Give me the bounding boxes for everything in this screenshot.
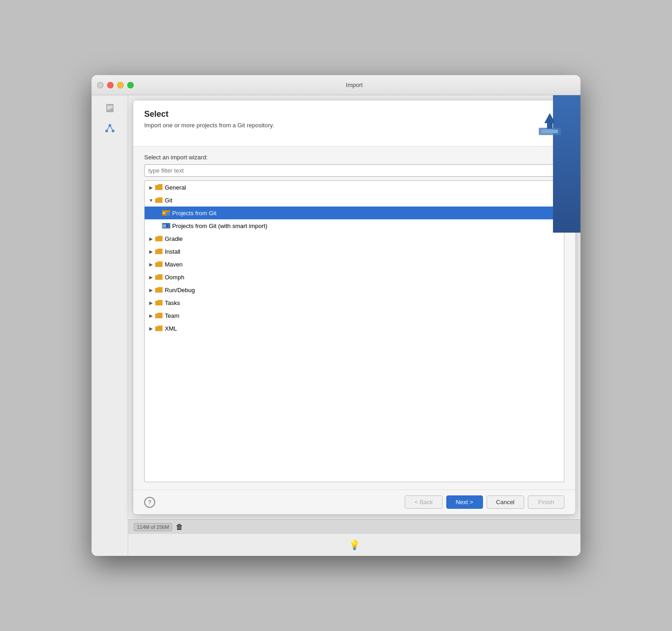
- memory-status: 114M of 256M: [134, 523, 172, 531]
- tree-item-maven-label: Maven: [165, 261, 183, 268]
- tree-item-run-debug[interactable]: ▶ Run/Debug: [145, 283, 564, 296]
- fullscreen-button[interactable]: [127, 82, 134, 88]
- svg-line-8: [110, 125, 113, 131]
- expand-arrow-install: ▶: [148, 249, 154, 254]
- tree-item-xml-label: XML: [165, 325, 177, 332]
- tree-item-team-label: Team: [165, 312, 179, 319]
- window: Import: [92, 75, 580, 556]
- trash-icon[interactable]: 🗑: [176, 523, 183, 531]
- tree-item-install-label: Install: [165, 248, 180, 255]
- dialog-footer: ? < Back Next > Cancel Finish: [133, 490, 575, 514]
- help-button[interactable]: ?: [144, 497, 155, 508]
- sidebar-icon-connections[interactable]: [102, 120, 118, 136]
- tree-item-run-debug-label: Run/Debug: [165, 287, 195, 294]
- tree-item-projects-from-git[interactable]: GIT Projects from Git: [145, 207, 564, 219]
- tree-item-maven[interactable]: ▶ Maven: [145, 258, 564, 271]
- bottom-hint: 💡: [128, 534, 580, 556]
- tree-item-projects-from-git-smart[interactable]: Projects from Git (with smart import): [145, 219, 564, 232]
- tree-item-gradle-label: Gradle: [165, 235, 183, 242]
- folder-icon-xml: [155, 325, 163, 332]
- tree-item-tasks[interactable]: ▶ Tasks: [145, 296, 564, 309]
- svg-rect-1: [107, 106, 113, 107]
- expand-arrow-projects-from-git-smart: [156, 223, 161, 228]
- traffic-lights: [97, 82, 134, 88]
- minimize-button[interactable]: [107, 82, 114, 88]
- folder-icon-general: [155, 184, 163, 191]
- finish-button[interactable]: Finish: [528, 495, 564, 509]
- folder-icon-tasks: [155, 299, 163, 306]
- cancel-button[interactable]: Cancel: [487, 495, 524, 509]
- tree-item-projects-from-git-label: Projects from Git: [172, 210, 217, 217]
- folder-icon-oomph: [155, 273, 163, 281]
- filter-input[interactable]: [144, 164, 564, 177]
- svg-rect-16: [166, 212, 170, 216]
- expand-arrow-xml: ▶: [148, 326, 154, 331]
- tree-item-xml[interactable]: ▶ XML: [145, 322, 564, 335]
- tree-item-oomph-label: Oomph: [165, 274, 184, 281]
- tree-item-general-label: General: [165, 184, 186, 191]
- close-button[interactable]: [97, 82, 103, 88]
- tree-item-general[interactable]: ▶ General: [145, 181, 564, 194]
- dialog-area: Select Import one or more projects from …: [128, 95, 580, 556]
- sidebar-icon-document[interactable]: [102, 100, 118, 116]
- lightbulb-icon: 💡: [349, 539, 360, 550]
- svg-rect-2: [107, 107, 113, 108]
- window-title: Import: [134, 82, 575, 88]
- svg-line-7: [107, 125, 110, 131]
- expand-arrow-oomph: ▶: [148, 274, 154, 280]
- expand-arrow-general: ▶: [148, 185, 154, 190]
- tree-item-git[interactable]: ▼ Git: [145, 194, 564, 207]
- dialog-header: Select Import one or more projects from …: [133, 100, 575, 147]
- next-button[interactable]: Next >: [446, 495, 483, 509]
- svg-rect-3: [107, 109, 111, 109]
- dialog-body: Select an import wizard: ▶ General: [133, 147, 575, 490]
- folder-icon-run-debug: [155, 286, 163, 294]
- git-icon-projects-smart: [162, 222, 170, 229]
- tree-item-git-label: Git: [165, 197, 173, 204]
- back-button[interactable]: < Back: [405, 495, 442, 509]
- tree-item-oomph[interactable]: ▶ Oomph: [145, 271, 564, 283]
- expand-arrow-run-debug: ▶: [148, 287, 154, 293]
- dialog-title: Select: [144, 109, 274, 119]
- tree-item-projects-from-git-smart-label: Projects from Git (with smart import): [172, 223, 267, 229]
- folder-icon-install: [155, 248, 163, 255]
- tree-item-install[interactable]: ▶ Install: [145, 245, 564, 258]
- tree-list[interactable]: ▶ General ▼ Git: [144, 180, 564, 482]
- import-icon: [535, 109, 564, 139]
- git-icon-projects: GIT: [162, 209, 170, 217]
- dialog-header-text: Select Import one or more projects from …: [144, 109, 274, 129]
- wizard-label: Select an import wizard:: [144, 154, 564, 161]
- tree-item-tasks-label: Tasks: [165, 299, 180, 306]
- folder-icon-team: [155, 312, 163, 319]
- svg-rect-0: [106, 104, 114, 112]
- status-bar: 114M of 256M 🗑: [128, 519, 580, 534]
- tree-item-gradle[interactable]: ▶ Gradle: [145, 232, 564, 245]
- title-bar: Import: [92, 75, 580, 95]
- sidebar: [92, 95, 128, 556]
- import-dialog: Select Import one or more projects from …: [133, 100, 576, 515]
- tree-item-team[interactable]: ▶ Team: [145, 309, 564, 322]
- folder-icon-maven: [155, 261, 163, 268]
- folder-icon-git: [155, 196, 163, 204]
- expand-arrow-projects-from-git: [156, 210, 161, 216]
- svg-rect-10: [542, 130, 558, 133]
- zoom-button[interactable]: [117, 82, 124, 88]
- expand-arrow-maven: ▶: [148, 261, 154, 267]
- main-layout: Select Import one or more projects from …: [92, 95, 580, 556]
- expand-arrow-gradle: ▶: [148, 236, 154, 241]
- expand-arrow-team: ▶: [148, 313, 154, 318]
- dialog-description: Import one or more projects from a Git r…: [144, 122, 274, 129]
- folder-icon-gradle: [155, 235, 163, 242]
- expand-arrow-tasks: ▶: [148, 300, 154, 305]
- expand-arrow-git: ▼: [148, 197, 154, 203]
